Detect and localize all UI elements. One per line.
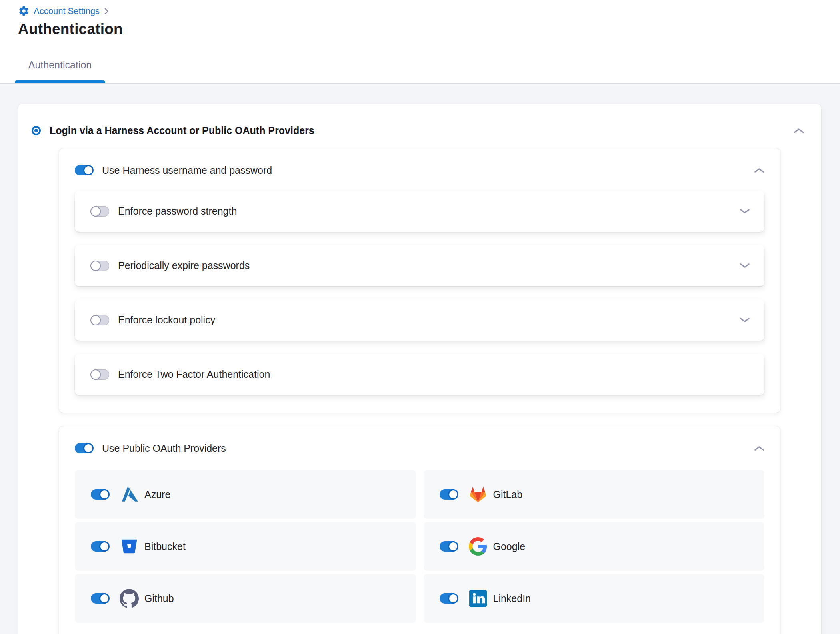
toggle-knob — [99, 541, 110, 552]
provider-tile-github: Github — [75, 574, 416, 623]
github-toggle[interactable] — [91, 593, 109, 604]
login-method-radio[interactable] — [32, 126, 41, 135]
page-header: Account Settings Authentication Authenti… — [0, 0, 840, 84]
toggle-knob — [448, 541, 458, 552]
expand-chevron-down-icon[interactable] — [740, 263, 750, 268]
github-icon — [119, 588, 140, 609]
two-factor-toggle[interactable] — [91, 369, 109, 380]
login-method-label: Login via a Harness Account or Public OA… — [50, 125, 793, 136]
google-toggle[interactable] — [440, 541, 458, 552]
provider-name: Github — [144, 593, 174, 604]
collapse-chevron-up-icon[interactable] — [754, 168, 764, 173]
toggle-knob — [90, 206, 101, 217]
login-method-row: Login via a Harness Account or Public OA… — [18, 125, 821, 136]
collapse-chevron-up-icon[interactable] — [754, 446, 764, 451]
provider-tile-azure: Azure — [75, 470, 416, 519]
toggle-knob — [99, 489, 110, 500]
google-icon — [468, 536, 488, 557]
toggle-knob — [448, 593, 458, 604]
oauth-toggle[interactable] — [75, 443, 93, 453]
breadcrumb-account-settings-link[interactable]: Account Settings — [34, 6, 100, 16]
collapse-chevron-up-icon[interactable] — [793, 128, 804, 134]
chevron-right-icon — [104, 7, 109, 16]
gitlab-icon — [468, 484, 488, 505]
two-factor-row: Enforce Two Factor Authentication — [75, 354, 764, 395]
password-expiry-row: Periodically expire passwords — [75, 245, 764, 286]
bitbucket-toggle[interactable] — [91, 541, 109, 552]
password-expiry-toggle[interactable] — [91, 261, 109, 271]
provider-name: GitLab — [493, 489, 523, 500]
toggle-knob — [83, 443, 94, 453]
tab-active-indicator — [15, 80, 105, 83]
provider-name: Azure — [144, 489, 170, 500]
oauth-header: Use Public OAuth Providers — [75, 442, 764, 454]
provider-name: LinkedIn — [493, 593, 531, 604]
harness-login-header: Use Harness username and password — [75, 164, 764, 176]
provider-tile-linkedin: LinkedIn — [424, 574, 765, 623]
lockout-policy-label: Enforce lockout policy — [118, 314, 740, 326]
provider-tile-google: Google — [424, 522, 765, 571]
azure-icon — [119, 484, 140, 505]
toggle-knob — [83, 165, 94, 175]
harness-login-label: Use Harness username and password — [102, 165, 754, 176]
oauth-label: Use Public OAuth Providers — [102, 443, 754, 454]
expand-chevron-down-icon[interactable] — [740, 317, 750, 323]
bitbucket-icon — [119, 536, 140, 557]
provider-grid: Azure G — [75, 470, 764, 623]
toggle-knob — [90, 315, 101, 325]
toggle-knob — [90, 369, 101, 380]
harness-login-toggle[interactable] — [75, 165, 93, 175]
password-strength-row: Enforce password strength — [75, 191, 764, 232]
gear-icon — [18, 5, 30, 17]
linkedin-toggle[interactable] — [440, 593, 458, 604]
oauth-panel: Use Public OAuth Providers Azure — [59, 426, 780, 634]
toggle-knob — [99, 593, 110, 604]
tab-authentication[interactable]: Authentication — [15, 59, 105, 83]
azure-toggle[interactable] — [91, 489, 109, 500]
content-area: Login via a Harness Account or Public OA… — [0, 84, 840, 634]
lockout-policy-row: Enforce lockout policy — [75, 299, 764, 341]
provider-tile-bitbucket: Bitbucket — [75, 522, 416, 571]
lockout-policy-toggle[interactable] — [91, 315, 109, 325]
authentication-card: Login via a Harness Account or Public OA… — [18, 104, 821, 634]
toggle-knob — [448, 489, 458, 500]
provider-tile-gitlab: GitLab — [424, 470, 765, 519]
breadcrumb: Account Settings — [0, 0, 840, 17]
password-strength-toggle[interactable] — [91, 206, 109, 217]
page-title: Authentication — [18, 21, 840, 38]
provider-name: Bitbucket — [144, 541, 186, 552]
gitlab-toggle[interactable] — [440, 489, 458, 500]
toggle-knob — [90, 261, 101, 271]
expand-chevron-down-icon[interactable] — [740, 209, 750, 214]
harness-login-panel: Use Harness username and password Enforc… — [59, 148, 780, 413]
password-strength-label: Enforce password strength — [118, 205, 740, 217]
linkedin-icon — [468, 588, 488, 609]
provider-name: Google — [493, 541, 526, 552]
two-factor-label: Enforce Two Factor Authentication — [118, 369, 750, 380]
password-expiry-label: Periodically expire passwords — [118, 260, 740, 271]
tab-label: Authentication — [15, 59, 105, 71]
